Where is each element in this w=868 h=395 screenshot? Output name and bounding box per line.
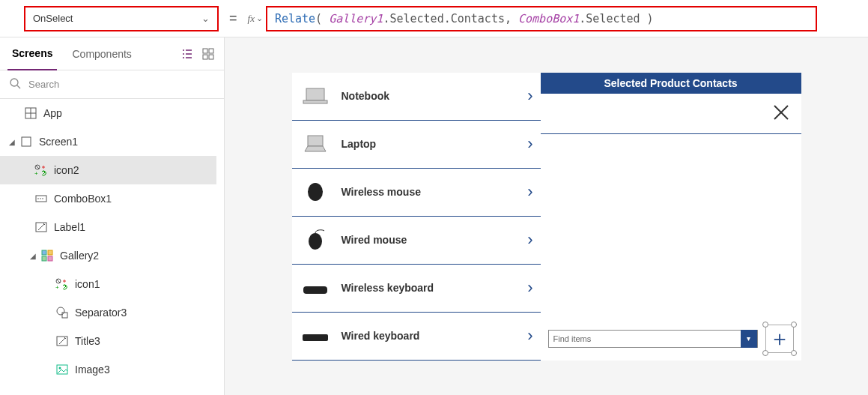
combobox-placeholder: Find items [549,334,596,343]
svg-rect-32 [308,136,323,146]
gallery-item[interactable]: Wireless mouse › [292,169,541,217]
combobox-find-items[interactable]: Find items ▾ [548,330,758,348]
tree-node-label1[interactable]: Label1 [0,213,216,241]
product-label: Wired keyboard [342,330,528,342]
search-input[interactable]: Search [0,70,224,99]
canvas-area[interactable]: Notebook › Laptop › Wireless mouse › Wir… [225,37,868,395]
resize-handle[interactable] [791,322,797,328]
svg-rect-2 [203,55,207,59]
tree-node-separator3[interactable]: Separator3 [0,298,216,327]
svg-rect-26 [62,313,67,318]
tree-node-combobox1[interactable]: ComboBox1 [0,184,216,213]
formula-token-identifier: ComboBox1 [518,12,579,25]
caret-down-icon: ◢ [27,252,39,260]
tree-view: App ◢ Screen1 + icon2 ComboBox1 Label1 ◢ [0,99,224,395]
svg-text:+: + [55,284,59,290]
svg-point-14 [37,198,39,199]
chevron-down-icon: ⌄ [201,13,210,24]
tree-node-gallery2[interactable]: ◢ Gallery2 [0,241,216,270]
contacts-pane: Selected Product Contacts Find items ▾ ＋ [541,73,801,361]
product-image [300,132,331,156]
svg-rect-19 [48,250,52,255]
add-icon-selected[interactable]: ＋ [765,325,794,353]
svg-rect-0 [203,49,207,53]
svg-point-16 [42,198,43,199]
separator-icon [54,307,70,319]
svg-point-15 [40,198,41,199]
gallery-item[interactable]: Laptop › [292,121,541,169]
main-area: Screens Components Search App ◢ [0,37,868,395]
chevron-right-icon: › [527,86,532,106]
svg-rect-1 [209,49,213,53]
chevron-right-icon: › [527,182,532,202]
formula-bar: OnSelect ⌄ = fx ⌄ Relate ( Gallery1 .Sel… [0,0,868,37]
svg-rect-36 [303,286,327,294]
svg-line-5 [17,85,20,88]
gallery-item[interactable]: Wired mouse › [292,217,541,265]
svg-rect-3 [209,55,213,59]
svg-rect-31 [303,100,327,103]
formula-token-function: Relate [275,12,315,25]
control-icon: + [54,278,70,290]
formula-token-identifier: Gallery1 [329,12,383,25]
plus-icon: ＋ [769,328,790,349]
close-icon[interactable] [771,103,791,124]
svg-line-11 [36,166,39,169]
tree-node-icon2[interactable]: + icon2 [0,156,216,184]
product-image [300,84,331,108]
product-image [300,324,331,348]
resize-handle[interactable] [791,350,797,356]
combobox-icon [33,193,49,205]
list-view-icon[interactable] [179,46,195,62]
equals-sign: = [229,10,237,26]
product-image [300,228,331,252]
chevron-right-icon: › [527,134,532,154]
svg-marker-33 [305,146,326,151]
grid-view-icon[interactable] [200,46,216,62]
gallery-item[interactable]: Wired keyboard › [292,313,541,361]
tree-node-image3[interactable]: Image3 [0,355,216,384]
svg-rect-37 [303,334,328,341]
svg-rect-21 [48,256,52,261]
gallery-item[interactable]: Wireless keyboard › [292,265,541,313]
svg-point-35 [309,233,322,250]
svg-point-34 [308,183,323,201]
tab-screens[interactable]: Screens [7,37,57,70]
tab-components[interactable]: Components [67,37,136,70]
product-image [300,180,331,204]
tree-node-screen1[interactable]: ◢ Screen1 [0,127,216,156]
fx-label[interactable]: fx ⌄ [248,13,263,25]
svg-rect-9 [22,137,31,146]
chevron-down-icon: ⌄ [256,13,263,23]
tree-node-app[interactable]: App [0,99,216,127]
app-icon [22,107,39,119]
formula-input[interactable]: Relate ( Gallery1 .Selected.Contacts, Co… [266,6,817,31]
resize-handle[interactable] [762,350,768,356]
product-image [300,276,331,300]
tree-node-title3[interactable]: Title3 [0,327,216,355]
search-icon [9,77,21,91]
property-selector[interactable]: OnSelect ⌄ [24,6,219,31]
svg-rect-18 [42,250,46,255]
chevron-right-icon: › [527,326,532,346]
image-icon [54,364,70,376]
svg-rect-20 [42,256,46,261]
tree-view-panel: Screens Components Search App ◢ [0,37,225,395]
tree-node-icon1[interactable]: + icon1 [0,270,216,298]
product-label: Wireless keyboard [342,282,528,294]
svg-point-25 [57,307,64,315]
chevron-right-icon: › [527,230,532,250]
caret-down-icon: ◢ [6,138,18,146]
product-label: Wired mouse [342,234,528,246]
gallery-products[interactable]: Notebook › Laptop › Wireless mouse › Wir… [292,73,541,361]
svg-rect-13 [36,196,46,202]
control-icon: + [33,164,49,176]
svg-text:+: + [34,170,38,176]
resize-handle[interactable] [762,322,768,328]
panel-tabs: Screens Components [0,37,224,70]
svg-rect-30 [306,88,324,100]
contact-row [541,94,801,134]
product-label: Laptop [342,138,528,150]
gallery-item[interactable]: Notebook › [292,73,541,121]
contacts-header: Selected Product Contacts [541,73,801,94]
